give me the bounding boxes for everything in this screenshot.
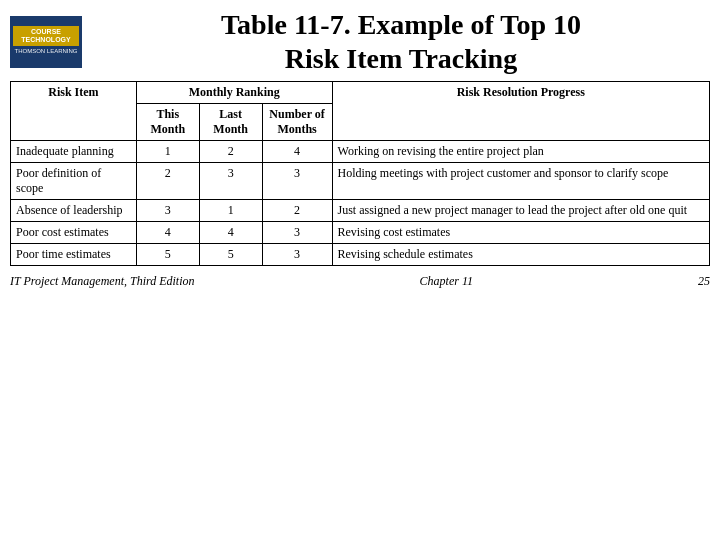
- cell-resolution: Just assigned a new project manager to l…: [332, 200, 709, 222]
- cell-num-months: 3: [262, 222, 332, 244]
- col-header-resolution: Risk Resolution Progress: [332, 82, 709, 141]
- page-title: Table 11-7. Example of Top 10 Risk Item …: [92, 8, 710, 75]
- logo-top-text: COURSE TECHNOLOGY: [13, 26, 79, 47]
- cell-num-months: 2: [262, 200, 332, 222]
- table-row: Poor time estimates553Revising schedule …: [11, 244, 710, 266]
- logo: COURSE TECHNOLOGY THOMSON LEARNING: [10, 16, 82, 68]
- cell-num-months: 3: [262, 163, 332, 200]
- table-row: Poor cost estimates443Revising cost esti…: [11, 222, 710, 244]
- footer-center: Chapter 11: [420, 274, 473, 289]
- cell-last-month: 5: [199, 244, 262, 266]
- cell-this-month: 5: [136, 244, 199, 266]
- col-header-this-month: This Month: [136, 104, 199, 141]
- cell-last-month: 3: [199, 163, 262, 200]
- cell-this-month: 4: [136, 222, 199, 244]
- cell-num-months: 4: [262, 141, 332, 163]
- page-footer: IT Project Management, Third Edition Cha…: [0, 270, 720, 293]
- table-row: Poor definition of scope233Holding meeti…: [11, 163, 710, 200]
- cell-this-month: 2: [136, 163, 199, 200]
- cell-last-month: 2: [199, 141, 262, 163]
- cell-this-month: 3: [136, 200, 199, 222]
- cell-resolution: Holding meetings with project customer a…: [332, 163, 709, 200]
- page-header: COURSE TECHNOLOGY THOMSON LEARNING Table…: [0, 0, 720, 79]
- table-row: Absence of leadership312Just assigned a …: [11, 200, 710, 222]
- cell-this-month: 1: [136, 141, 199, 163]
- title-line2: Risk Item Tracking: [285, 43, 517, 74]
- table-container: Risk Item Monthly Ranking Risk Resolutio…: [0, 79, 720, 270]
- cell-risk-item: Absence of leadership: [11, 200, 137, 222]
- col-header-risk-item: Risk Item: [11, 82, 137, 141]
- cell-risk-item: Poor time estimates: [11, 244, 137, 266]
- footer-right: 25: [698, 274, 710, 289]
- logo-bottom-text: THOMSON LEARNING: [13, 46, 79, 57]
- monthly-ranking-header: Monthly Ranking: [136, 82, 332, 104]
- table-body: Inadequate planning124Working on revisin…: [11, 141, 710, 266]
- cell-risk-item: Inadequate planning: [11, 141, 137, 163]
- cell-resolution: Working on revising the entire project p…: [332, 141, 709, 163]
- table-row: Inadequate planning124Working on revisin…: [11, 141, 710, 163]
- cell-resolution: Revising cost estimates: [332, 222, 709, 244]
- cell-num-months: 3: [262, 244, 332, 266]
- col-header-last-month: Last Month: [199, 104, 262, 141]
- cell-risk-item: Poor definition of scope: [11, 163, 137, 200]
- title-line1: Table 11-7. Example of Top 10: [221, 9, 581, 40]
- cell-resolution: Revising schedule estimates: [332, 244, 709, 266]
- cell-risk-item: Poor cost estimates: [11, 222, 137, 244]
- cell-last-month: 1: [199, 200, 262, 222]
- risk-tracking-table: Risk Item Monthly Ranking Risk Resolutio…: [10, 81, 710, 266]
- col-header-num-months: Number of Months: [262, 104, 332, 141]
- footer-left: IT Project Management, Third Edition: [10, 274, 195, 289]
- cell-last-month: 4: [199, 222, 262, 244]
